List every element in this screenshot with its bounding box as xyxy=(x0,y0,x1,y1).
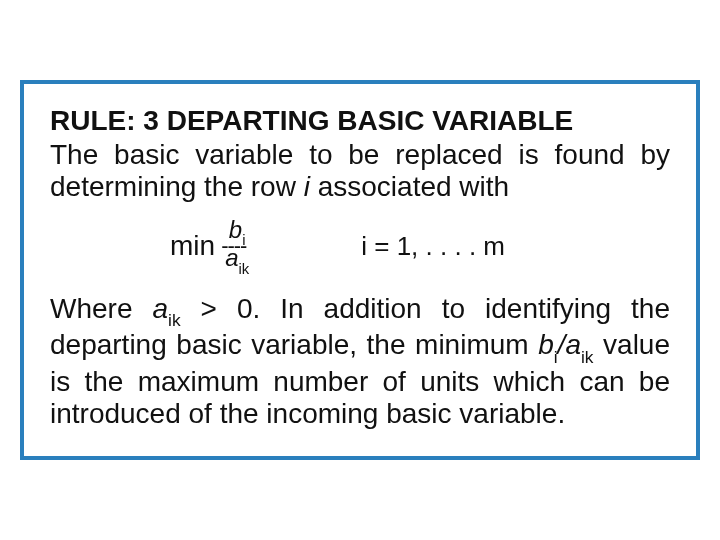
where-text-a: Where xyxy=(50,293,152,324)
where-aik: aik xyxy=(152,293,180,324)
fraction: bi ---- aik xyxy=(223,218,251,275)
intro-text-b: associated with xyxy=(310,171,509,202)
where-bi-sub: i xyxy=(554,347,558,367)
rule-card: RULE: 3 DEPARTING BASIC VARIABLE The bas… xyxy=(20,80,700,461)
where-aik2-base: a xyxy=(565,329,581,360)
intro-paragraph: The basic variable to be replaced is fou… xyxy=(50,139,670,203)
where-aik-sub: ik xyxy=(168,310,181,330)
formula-row: min bi ---- aik i = 1, . . . . m xyxy=(50,218,670,275)
min-formula: min bi ---- aik xyxy=(170,218,251,275)
min-label: min xyxy=(170,230,215,262)
where-aik2-sub: ik xyxy=(581,347,594,367)
where-bi-base: b xyxy=(538,329,554,360)
rule-title: RULE: 3 DEPARTING BASIC VARIABLE xyxy=(50,104,670,138)
where-paragraph: Where aik > 0. In addition to identifyin… xyxy=(50,293,670,430)
where-aik-base: a xyxy=(152,293,168,324)
where-bi: bi xyxy=(538,329,557,360)
where-aik2: aik xyxy=(565,329,593,360)
den-sub: ik xyxy=(238,261,249,277)
index-range: i = 1, . . . . m xyxy=(361,231,505,262)
